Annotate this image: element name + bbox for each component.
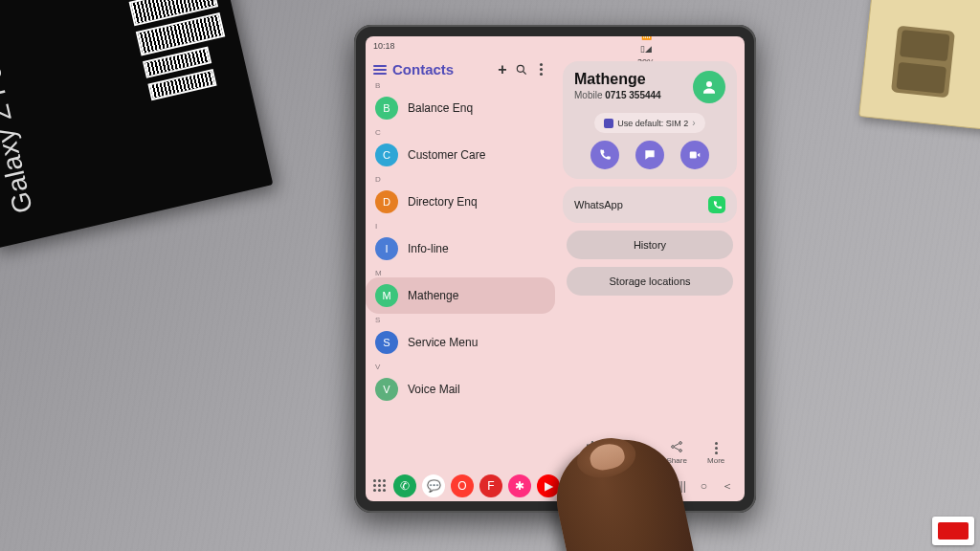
section-header: I [366, 220, 555, 231]
section-header: B [366, 79, 555, 90]
nav-home[interactable]: ○ [697, 479, 711, 493]
section-header: M [366, 267, 555, 277]
signal-icon: ▯◢ [640, 44, 652, 54]
nav-back[interactable]: ＜ [718, 478, 737, 495]
contact-avatar-icon[interactable] [693, 71, 725, 103]
product-box-barcodes [129, 0, 236, 100]
sim-selector[interactable]: Use default: SIM 2 › [594, 113, 704, 133]
menu-icon[interactable] [373, 65, 387, 75]
contact-name-label: Voice Mail [408, 383, 460, 396]
contact-row[interactable]: SService Menu [366, 324, 555, 361]
history-button[interactable]: History [567, 231, 733, 259]
svg-point-6 [679, 450, 682, 452]
svg-line-7 [674, 444, 679, 447]
contact-row[interactable]: BBalance Enq [366, 90, 555, 126]
sim-icon [604, 119, 613, 128]
device-screen: 10:18 ᴺ 📶 ▯◢ 30% ◧ Contacts [366, 36, 745, 501]
svg-point-4 [672, 446, 675, 449]
storage-locations-button[interactable]: Storage locations [567, 267, 733, 296]
video-call-button[interactable] [680, 141, 709, 169]
contact-avatar: S [375, 331, 398, 354]
contact-row[interactable]: MMathenge [366, 277, 555, 314]
taskbar-app-snow[interactable]: ✱ [508, 474, 531, 497]
contact-name-label: Info-line [408, 242, 449, 255]
taskbar: ✆💬OF✱▶✆⚙ ||| ○ ＜ [366, 471, 745, 501]
app-drawer-icon[interactable] [373, 479, 387, 493]
wooden-prop [858, 0, 980, 131]
contact-phone: Mobile 0715 355444 [574, 90, 661, 100]
call-button[interactable] [590, 141, 619, 169]
svg-line-1 [523, 71, 526, 74]
taskbar-app-flipboard[interactable]: F [479, 474, 502, 497]
product-box: Galaxy Z Fold6 [0, 0, 273, 249]
svg-point-0 [517, 65, 523, 72]
taskbar-app-phone[interactable]: ✆ [393, 474, 416, 497]
contacts-pane: Contacts BBBalance EnqCCCustomer CareDDD… [366, 55, 555, 471]
search-button[interactable] [515, 63, 528, 77]
contact-row[interactable]: IInfo-line [366, 231, 555, 267]
wifi-icon: 📶 [641, 36, 652, 40]
contact-name-label: Balance Enq [408, 101, 473, 115]
contact-avatar: M [375, 284, 398, 307]
whatsapp-card[interactable]: WhatsApp [563, 187, 737, 223]
contact-name: Mathenge [574, 71, 661, 88]
svg-rect-3 [690, 152, 697, 159]
contact-detail-card: Mathenge Mobile 0715 355444 Use default:… [563, 61, 737, 179]
contact-name-label: Mathenge [408, 289, 458, 302]
contact-row[interactable]: VVoice Mail [366, 371, 555, 408]
add-contact-button[interactable] [496, 63, 509, 77]
chevron-right-icon: › [692, 118, 695, 128]
svg-point-2 [706, 81, 712, 87]
contact-row[interactable]: DDirectory Enq [366, 184, 555, 220]
more-options-button[interactable] [534, 63, 547, 77]
contact-name-label: Customer Care [408, 148, 485, 162]
taskbar-app-opera[interactable]: O [451, 474, 474, 497]
message-button[interactable] [635, 141, 664, 169]
contact-detail-pane: Mathenge Mobile 0715 355444 Use default:… [555, 55, 745, 471]
section-header: D [366, 173, 555, 184]
share-button[interactable]: Share [666, 439, 686, 465]
contact-avatar: V [375, 378, 398, 401]
device-frame: 10:18 ᴺ 📶 ▯◢ 30% ◧ Contacts [354, 25, 756, 513]
product-box-brand: Galaxy Z Fold6 [0, 26, 39, 216]
more-button[interactable]: More [707, 442, 724, 465]
contact-avatar: B [375, 97, 398, 120]
section-header: C [366, 126, 555, 137]
contact-name-label: Service Menu [408, 336, 478, 349]
section-header: V [366, 361, 555, 371]
taskbar-app-messages[interactable]: 💬 [422, 474, 445, 497]
svg-line-8 [674, 448, 679, 451]
whatsapp-icon [708, 196, 725, 213]
contact-avatar: I [375, 237, 398, 260]
contact-name-label: Directory Enq [408, 195, 478, 209]
svg-point-5 [679, 442, 682, 445]
status-bar: 10:18 ᴺ 📶 ▯◢ 30% ◧ [366, 36, 745, 55]
contact-avatar: C [375, 143, 398, 166]
page-title: Contacts [392, 61, 454, 77]
status-time: 10:18 [373, 41, 395, 51]
section-header: S [366, 314, 555, 324]
whatsapp-label: WhatsApp [574, 199, 623, 210]
channel-badge [932, 517, 974, 545]
contact-list[interactable]: BBBalance EnqCCCustomer CareDDDirectory … [366, 79, 555, 471]
contact-row[interactable]: CCustomer Care [366, 137, 555, 173]
contact-avatar: D [375, 190, 398, 213]
